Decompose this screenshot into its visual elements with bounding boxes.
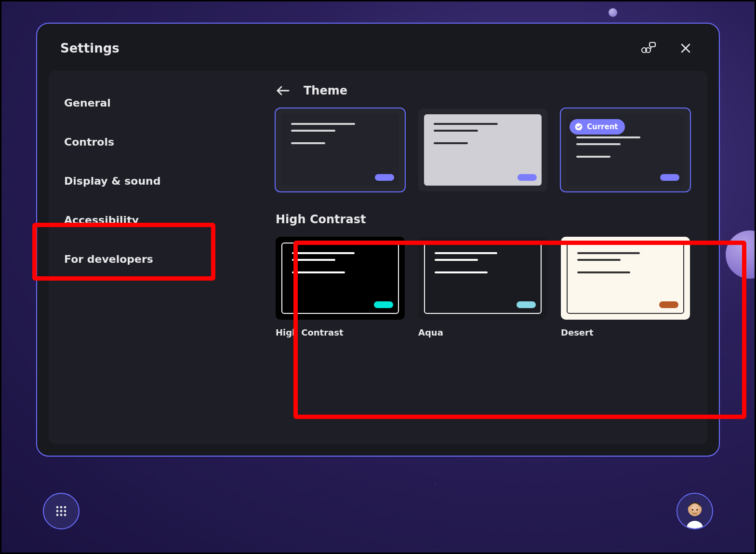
sidebar-item-controls[interactable]: Controls: [49, 122, 256, 162]
hc-theme-aqua[interactable]: Aqua: [418, 237, 547, 338]
sidebar-item-general[interactable]: General: [49, 83, 256, 122]
page-title: Settings: [60, 41, 119, 55]
theme-row: Current: [276, 108, 690, 191]
panel-header: Settings: [37, 24, 719, 71]
theme-card-current[interactable]: Current: [561, 108, 690, 191]
sidebar-item-accessibility[interactable]: Accessibility: [49, 201, 256, 240]
sidebar-item-for-developers[interactable]: For developers: [49, 240, 256, 279]
current-badge-label: Current: [587, 122, 618, 131]
svg-point-15: [64, 514, 66, 516]
section-title: Theme: [304, 84, 347, 97]
panel-body: General Controls Display & sound Accessi…: [49, 71, 707, 444]
close-icon[interactable]: [677, 40, 694, 56]
svg-point-7: [56, 506, 59, 509]
svg-point-19: [696, 509, 698, 511]
svg-point-11: [60, 510, 63, 513]
svg-point-13: [56, 514, 59, 516]
planet-decoration: [609, 8, 617, 17]
svg-point-18: [692, 509, 693, 511]
feedback-icon[interactable]: [640, 40, 656, 56]
content: Theme: [256, 71, 707, 444]
svg-rect-2: [650, 42, 655, 47]
sidebar-item-display-sound[interactable]: Display & sound: [49, 162, 256, 201]
settings-panel: Settings General Controls Display & soun…: [36, 23, 720, 457]
svg-point-6: [575, 123, 583, 131]
hc-theme-label: Desert: [561, 327, 690, 338]
apps-grid-button[interactable]: [43, 493, 80, 529]
theme-card-dark[interactable]: [276, 108, 405, 191]
hc-theme-high-contrast[interactable]: High Contrast: [276, 237, 405, 338]
hc-theme-label: High Contrast: [276, 327, 405, 338]
header-actions: [640, 40, 694, 56]
section-header: Theme: [276, 83, 690, 98]
theme-card-light[interactable]: [418, 108, 547, 191]
back-icon[interactable]: [276, 83, 290, 98]
hc-theme-desert[interactable]: Desert: [561, 237, 690, 338]
hc-theme-label: Aqua: [418, 327, 547, 338]
sidebar: General Controls Display & sound Accessi…: [49, 71, 256, 444]
svg-point-10: [56, 510, 59, 513]
hc-theme-row: High Contrast Aqua: [276, 237, 690, 338]
avatar-button[interactable]: [676, 493, 713, 529]
svg-point-9: [64, 506, 66, 509]
planet-decoration: [726, 230, 756, 279]
svg-point-12: [64, 510, 66, 513]
current-badge: Current: [570, 119, 625, 135]
svg-point-8: [60, 506, 63, 509]
high-contrast-title: High Contrast: [276, 213, 690, 226]
svg-point-14: [60, 514, 63, 516]
